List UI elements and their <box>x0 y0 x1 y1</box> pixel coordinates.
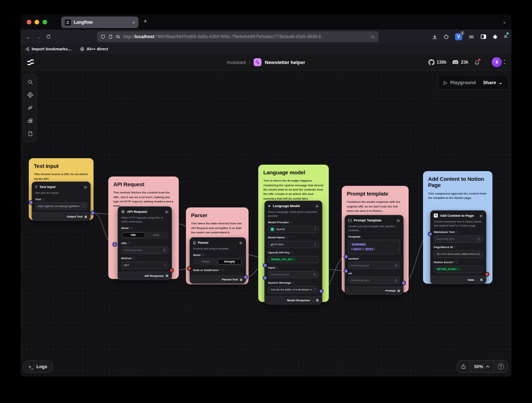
run-component-icon[interactable]: ▷ <box>316 204 319 208</box>
run-component-icon[interactable]: ▷ <box>480 214 483 217</box>
zoom-level-button[interactable]: 50% <box>470 361 494 372</box>
help-button[interactable]: ? <box>494 361 508 372</box>
notes-icon[interactable] <box>25 128 36 139</box>
langflow-logo-icon[interactable] <box>26 58 35 67</box>
reload-button[interactable] <box>44 34 54 39</box>
node-parser[interactable]: {} Parser ▷ Extracts text using a templa… <box>190 237 246 284</box>
expand-icon[interactable] <box>82 205 85 207</box>
url-input[interactable]: Receiving input <box>121 247 168 254</box>
node-text-input[interactable]: T Text Input ▷ Get user text inputs. Tex… <box>32 182 91 221</box>
output-row[interactable]: Output Text ≣ <box>32 212 90 220</box>
mode-option-stringify[interactable]: Stringify <box>218 259 242 265</box>
mode-option-parser[interactable]: Parser <box>194 259 218 265</box>
output-table-icon[interactable]: ≣ <box>165 274 168 278</box>
handle-prompt-output[interactable] <box>402 281 405 285</box>
model-name-select[interactable]: gpt-5-nano <box>268 241 319 248</box>
url-text[interactable]: http://localhost:7860/flow/9847ed68-3d0a… <box>123 34 368 39</box>
method-select[interactable]: GET <box>121 262 168 269</box>
markdown-text-input[interactable]: Receiving input <box>434 235 483 243</box>
minimize-window-button[interactable] <box>35 20 39 24</box>
mode-toggle[interactable]: URL cURL <box>121 232 168 239</box>
provider-select[interactable]: ∗OpenAI <box>268 226 319 233</box>
handle-prompt-content-in[interactable] <box>345 255 348 258</box>
handle-textinput-output[interactable] <box>91 211 95 215</box>
system-message-input[interactable]: You are the editor of a developer e <box>268 286 319 293</box>
extensions-icon[interactable] <box>444 34 449 40</box>
back-button[interactable]: ← <box>23 34 33 40</box>
components-icon[interactable] <box>25 89 36 101</box>
output-table-icon[interactable]: ≣ <box>397 289 400 293</box>
extension-pinned-icon[interactable] <box>492 34 498 40</box>
output-table-icon[interactable]: ≣ <box>84 215 87 219</box>
handle-textinput-text-in[interactable] <box>29 201 33 204</box>
output-row[interactable]: Data ⌄ ≣ <box>431 276 486 284</box>
output-row[interactable]: Model Response ⌄ ≣ <box>265 296 322 304</box>
handle-languagemodel-response-out[interactable] <box>320 290 323 293</box>
search-icon[interactable] <box>25 76 36 88</box>
text-value-input[interactable]: https://github.com/zjunlp/LightMem <box>35 202 87 210</box>
handle-parser-parsedtext-out[interactable] <box>244 276 247 279</box>
run-component-icon[interactable]: ▷ <box>166 210 168 214</box>
handle-parser-data-in[interactable] <box>188 267 191 270</box>
handle-languagemodel-system-in[interactable] <box>264 276 267 280</box>
model-input[interactable]: Receiving input <box>268 271 319 278</box>
output-table-icon[interactable]: ≣ <box>480 278 483 281</box>
maximize-window-button[interactable] <box>42 20 47 24</box>
remove-key-icon[interactable]: × <box>294 258 295 261</box>
node-language-model[interactable]: ∗ Language Model ▷ Runs a language model… <box>264 201 322 304</box>
permissions-icon[interactable] <box>115 35 121 39</box>
output-row[interactable]: API Response ≣ <box>118 272 172 280</box>
handle-notion-data-out[interactable] <box>486 273 489 276</box>
browser-tab-langflow[interactable]: Langflow × <box>61 17 138 28</box>
shield-icon[interactable] <box>101 34 105 39</box>
bundles-icon[interactable] <box>25 102 36 114</box>
sidebar-toggle-icon[interactable] <box>481 34 486 39</box>
github-stars[interactable]: 138k <box>428 59 447 65</box>
run-component-icon[interactable]: ▷ <box>240 241 242 244</box>
output-table-icon[interactable]: ≣ <box>240 278 242 281</box>
bookmark-ai-direct[interactable]: AI++ direct <box>80 47 108 51</box>
node-prompt-template[interactable]: { } Prompt Template ▷ Create a prompt te… <box>345 215 404 295</box>
handle-prompt-url-in[interactable] <box>345 270 348 273</box>
new-tab-button[interactable]: + <box>144 18 147 24</box>
page-block-id-input[interactable]: '5b-b70c-80c0-bd91-e86aa76e51e8 <box>434 251 483 258</box>
user-menu[interactable]: ⌃⌄ <box>492 57 506 67</box>
playground-button[interactable]: ▷ Playground <box>444 80 476 85</box>
node-notion-add-content[interactable]: N Add Content to Page ▷ Convert markdown… <box>430 210 486 284</box>
forward-button[interactable]: → <box>33 34 44 40</box>
avatar[interactable] <box>492 57 502 67</box>
import-bookmarks-item[interactable]: Import bookmarks… <box>25 47 72 51</box>
raccoon-extension-icon[interactable] <box>468 34 474 39</box>
breadcrumb-parent[interactable]: Assistant <box>227 60 246 65</box>
run-component-icon[interactable]: ▷ <box>85 185 87 189</box>
share-button[interactable]: Share ⌄ <box>483 80 503 85</box>
notion-secret-field[interactable]: NOTION_SECRET× <box>434 266 483 273</box>
api-key-field[interactable]: OPENAI_API_KEY× <box>268 256 319 263</box>
flow-canvas[interactable]: ▷ Playground Share ⌄ Text Input This sho… <box>21 71 511 377</box>
mode-toggle[interactable]: Parser Stringify <box>193 258 242 265</box>
mode-option-url[interactable]: URL <box>122 232 145 238</box>
handle-apirequest-response-out[interactable] <box>170 269 173 272</box>
tab-close-icon[interactable]: × <box>132 20 135 25</box>
page-info-icon[interactable] <box>108 34 113 39</box>
handle-languagemodel-input-in[interactable] <box>264 264 267 267</box>
notifications-bell-icon[interactable] <box>474 59 480 65</box>
url-bar[interactable]: http://localhost:7860/flow/9847ed68-3d0a… <box>97 31 378 42</box>
remove-key-icon[interactable]: × <box>458 268 459 271</box>
handle-apirequest-url-in[interactable] <box>113 243 117 246</box>
close-window-button[interactable] <box>27 20 31 24</box>
run-component-icon[interactable]: ▷ <box>397 219 400 222</box>
flow-name[interactable]: Newsletter helper <box>265 60 305 65</box>
mode-option-curl[interactable]: cURL <box>145 232 168 238</box>
mcp-grid-icon[interactable] <box>25 115 36 127</box>
handle-notion-markdown-in[interactable] <box>429 233 432 236</box>
expand-icon[interactable] <box>313 288 316 291</box>
output-table-icon[interactable]: ≣ <box>316 298 319 302</box>
lock-canvas-button[interactable] <box>457 361 470 372</box>
output-row[interactable]: Prompt ≣ <box>345 287 403 294</box>
tab-list-chevron-icon[interactable]: ⌄ <box>503 19 506 24</box>
output-row[interactable]: Parsed Text ≣ <box>190 275 246 283</box>
content-input[interactable]: Receiving input <box>348 262 400 269</box>
discord-members[interactable]: 23k <box>452 60 468 65</box>
bookmark-star-icon[interactable]: ☆ <box>370 34 375 40</box>
